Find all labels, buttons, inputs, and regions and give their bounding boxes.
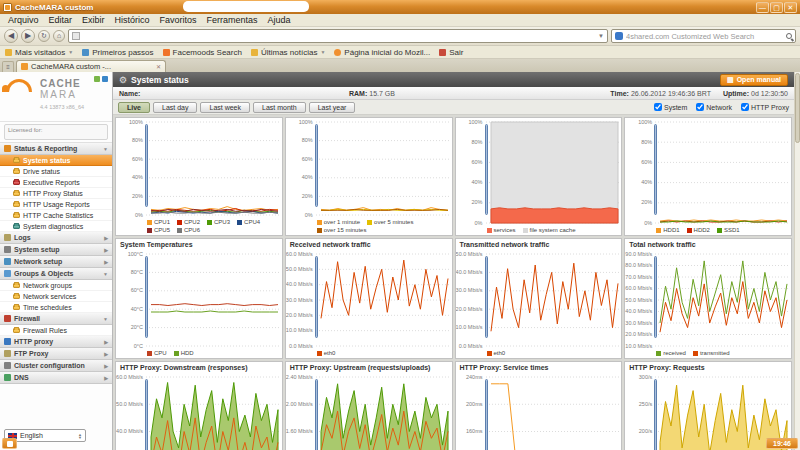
page-scrollbar[interactable] — [794, 72, 800, 450]
filter-http-proxy-checkbox[interactable] — [741, 103, 749, 111]
url-dropdown-icon[interactable]: ▼ — [598, 33, 604, 39]
menu-historico[interactable]: Histórico — [110, 15, 155, 25]
open-manual-button[interactable]: ▤Open manual — [720, 74, 788, 86]
y-axis-label: 240ms — [456, 374, 483, 381]
chart-zoom-slider[interactable] — [145, 256, 148, 338]
section-system-setup[interactable]: System setup▶ — [0, 244, 112, 256]
sidebar-item-system-diagnostics[interactable]: System diagnostics — [0, 221, 112, 232]
sidebar-item-firewall-rules[interactable]: Firewall Rules — [0, 325, 112, 336]
close-button[interactable]: ✕ — [784, 2, 797, 13]
tab-last-month[interactable]: Last month — [253, 102, 306, 113]
chart-zoom-slider[interactable] — [315, 379, 318, 450]
sidebar-item-network-services[interactable]: Network services — [0, 291, 112, 302]
bookmark-sair[interactable]: Sair — [439, 48, 463, 57]
legend-label: CPU2 — [184, 219, 200, 226]
sidebar-item-drive-status[interactable]: Drive status — [0, 166, 112, 177]
tab-cachemara[interactable]: CacheMARA custom -... ✕ — [16, 60, 166, 72]
home-button[interactable]: ⌂ — [53, 30, 65, 42]
menu-arquivo[interactable]: Arquivo — [3, 15, 44, 25]
sidebar-item-http-proxy-status[interactable]: HTTP Proxy Status — [0, 188, 112, 199]
folder-icon — [251, 49, 258, 56]
search-icon[interactable] — [786, 33, 792, 39]
taskbar-clock[interactable]: 19:46 — [766, 438, 798, 449]
menu-editar[interactable]: Editar — [44, 15, 78, 25]
chart-zoom-slider[interactable] — [145, 124, 148, 207]
back-button[interactable]: ◀ — [4, 29, 18, 43]
tab-last-week[interactable]: Last week — [200, 102, 250, 113]
chart-zoom-slider[interactable] — [485, 379, 488, 450]
section-dns[interactable]: DNS▶ — [0, 372, 112, 384]
chart-plot: 50.0 Mbit/s40.0 Mbit/s30.0 Mbit/s20.0 Mb… — [456, 250, 622, 350]
y-axis-label: 2.00 Mbit/s — [286, 401, 313, 408]
tab-close-icon[interactable]: ✕ — [156, 63, 161, 70]
legend-item: CPU2 — [177, 219, 200, 226]
tab-list-icon[interactable]: ≡ — [2, 61, 14, 72]
bookmark-facemoods[interactable]: Facemoods Search — [163, 48, 242, 57]
chevron-right-icon: ▶ — [104, 351, 108, 357]
tab-live[interactable]: Live — [118, 102, 150, 113]
chart-zoom-slider[interactable] — [654, 124, 657, 215]
y-axis-label: 20.0 Mbit/s — [286, 312, 313, 319]
section-logs[interactable]: Logs▶ — [0, 232, 112, 244]
chart-zoom-slider[interactable] — [654, 256, 657, 338]
chart-proxy-requests: HTTP Proxy: Requests300/s250/s200/s150/s… — [624, 361, 792, 450]
tab-last-year[interactable]: Last year — [309, 102, 356, 113]
chart-zoom-slider[interactable] — [485, 256, 488, 338]
filter-system[interactable]: System — [654, 103, 687, 111]
sidebar-item-http-cache-statistics[interactable]: HTTP Cache Statistics — [0, 210, 112, 221]
y-axis-label: 60.0 Mbit/s — [286, 251, 313, 258]
menu-favoritos[interactable]: Favoritos — [155, 15, 202, 25]
http-proxy-icon — [4, 338, 11, 345]
browser-menubar: Arquivo Editar Exibir Histórico Favorito… — [0, 14, 800, 27]
network-setup-icon — [4, 258, 11, 265]
sidebar-item-http-usage-reports[interactable]: HTTP Usage Reports — [0, 199, 112, 210]
legend-swatch-icon — [487, 228, 492, 233]
menu-ajuda[interactable]: Ajuda — [263, 15, 296, 25]
scrollbar-thumb[interactable] — [795, 73, 800, 143]
chart-zoom-slider[interactable] — [485, 124, 488, 215]
legend-swatch-icon — [147, 228, 152, 233]
taskbar-start-button[interactable] — [2, 438, 17, 449]
bookmark-pagina-inicial[interactable]: Página inicial do Mozil... — [334, 48, 430, 57]
chevron-down-icon: ▼ — [103, 271, 108, 277]
reload-button[interactable]: ↻ — [38, 30, 50, 42]
menu-ferramentas[interactable]: Ferramentas — [202, 15, 263, 25]
filter-network-checkbox[interactable] — [696, 103, 704, 111]
chart-title: Received network traffic — [286, 239, 452, 250]
bookmark-ultimas-noticias[interactable]: Últimas notícias▼ — [251, 48, 325, 57]
y-axis-label: 50.0 Mbit/s — [625, 297, 652, 304]
sidebar-item-system-status[interactable]: System status — [0, 155, 112, 166]
folder-icon — [13, 191, 20, 196]
section-network-setup[interactable]: Network setup▶ — [0, 256, 112, 268]
section-cluster-configuration[interactable]: Cluster configuration▶ — [0, 360, 112, 372]
section-status-reporting[interactable]: Status & Reporting▼ — [0, 143, 112, 155]
filter-system-checkbox[interactable] — [654, 103, 662, 111]
filter-http-proxy[interactable]: HTTP Proxy — [741, 103, 789, 111]
forward-button[interactable]: ▶ — [21, 29, 35, 43]
menu-exibir[interactable]: Exibir — [77, 15, 110, 25]
bookmark-primeiros-passos[interactable]: Primeiros passos — [82, 48, 153, 57]
chart-canvas-cpu: 100%80%60%40%20%0%CPU1CPU2CPU3CPU4CPU5CP… — [116, 118, 282, 235]
section-ftp-proxy[interactable]: FTP Proxy▶ — [0, 348, 112, 360]
sidebar-item-network-groups[interactable]: Network groups — [0, 280, 112, 291]
url-bar[interactable]: ▼ — [68, 29, 608, 43]
chart-zoom-slider[interactable] — [654, 379, 657, 450]
chart-zoom-slider[interactable] — [315, 256, 318, 338]
sidebar-item-time-schedules[interactable]: Time schedules — [0, 302, 112, 313]
filter-network[interactable]: Network — [696, 103, 732, 111]
chart-zoom-slider[interactable] — [145, 379, 148, 450]
section-groups-objects[interactable]: Groups & Objects▼ — [0, 268, 112, 280]
search-engine-icon[interactable] — [615, 32, 623, 40]
bookmark-mais-visitados[interactable]: Mais visitados▼ — [5, 48, 73, 57]
minimize-button[interactable]: — — [756, 2, 769, 13]
sidebar-item-executive-reports[interactable]: Executive Reports — [0, 177, 112, 188]
tab-last-day[interactable]: Last day — [153, 102, 197, 113]
chart-zoom-slider[interactable] — [315, 124, 318, 207]
chart-title: System Temperatures — [116, 239, 282, 250]
section-firewall[interactable]: Firewall▼ — [0, 313, 112, 325]
dns-icon — [4, 374, 11, 381]
search-box[interactable]: 4shared.com Customized Web Search — [611, 29, 796, 43]
spinner-icon[interactable]: ▲▼ — [78, 433, 82, 439]
section-http-proxy[interactable]: HTTP proxy▶ — [0, 336, 112, 348]
maximize-button[interactable]: ▢ — [770, 2, 783, 13]
